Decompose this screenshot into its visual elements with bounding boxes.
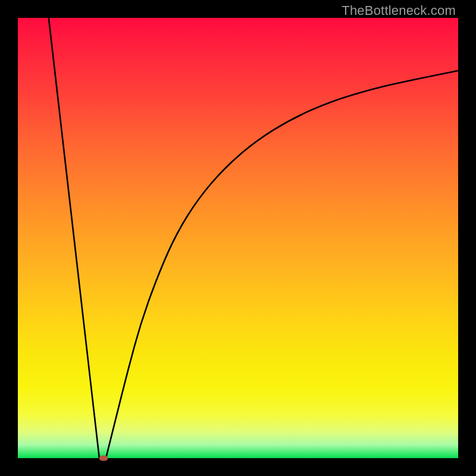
chart-frame: TheBottleneck.com [0, 0, 476, 476]
watermark-text: TheBottleneck.com [342, 3, 456, 18]
bottleneck-curve [49, 18, 458, 458]
curve-layer [0, 0, 476, 476]
optimum-marker [99, 456, 108, 461]
